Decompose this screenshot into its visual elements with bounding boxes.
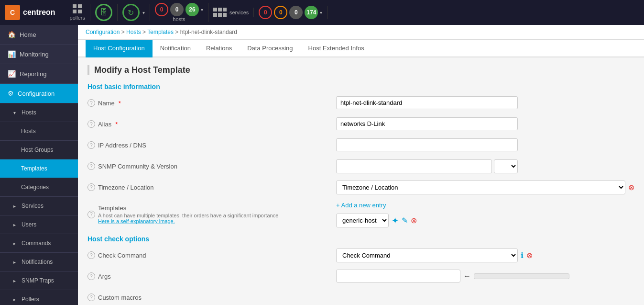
- tab-notification[interactable]: Notification: [153, 40, 198, 57]
- sidebar-item-configuration[interactable]: ⚙ Configuration: [0, 84, 78, 103]
- snmp-version-select[interactable]: 1 2c 3: [494, 159, 518, 173]
- breadcrumb-templates[interactable]: Templates: [147, 29, 174, 35]
- snmp-community-input[interactable]: [336, 159, 492, 173]
- tz-help-icon[interactable]: ?: [87, 183, 95, 191]
- notifications-arrow: ▸: [13, 260, 16, 265]
- check-command-clear-icon[interactable]: ⊗: [526, 251, 533, 260]
- refresh-chevron[interactable]: ▾: [142, 10, 145, 15]
- db-icon: 🗄: [95, 4, 112, 21]
- logo-text: centreon: [23, 8, 55, 17]
- sidebar-item-reporting[interactable]: 📈 Reporting: [0, 64, 78, 84]
- name-input[interactable]: [336, 96, 518, 109]
- db-icon-section[interactable]: 🗄: [90, 4, 118, 21]
- hosts-badge-green[interactable]: 26: [186, 3, 199, 16]
- ip-help-icon[interactable]: ?: [87, 141, 95, 149]
- alias-help-icon[interactable]: ?: [87, 120, 95, 128]
- snmp-row: ? SNMP Community & Version 1 2c 3: [87, 159, 634, 175]
- sidebar-item-templates[interactable]: Templates: [0, 159, 78, 178]
- ip-control: [336, 138, 518, 151]
- templates-control: + Add a new entry generic-host ✦ ✎ ⊗: [336, 202, 417, 227]
- templates-label: ? Templates A host can have multiple tem…: [87, 202, 336, 224]
- template-edit-icon[interactable]: ✎: [402, 216, 408, 225]
- sidebar: 🏠 Home 📊 Monitoring 📈 Reporting ⚙ Config…: [0, 25, 78, 305]
- svc-badge-red[interactable]: 0: [259, 6, 272, 19]
- sidebar-item-services[interactable]: ▸ Services: [0, 197, 78, 215]
- tab-host-extended[interactable]: Host Extended Infos: [301, 40, 372, 57]
- args-help-icon[interactable]: ?: [87, 272, 95, 280]
- templates-note: A host can have multiple templates, thei…: [98, 213, 278, 224]
- refresh-icon-section[interactable]: ↻ ▾: [118, 4, 150, 21]
- template-select-row: generic-host ✦ ✎ ⊗: [336, 214, 417, 227]
- pollers-section: pollers: [65, 4, 90, 21]
- name-control: [336, 96, 518, 109]
- custom-macros-row: ? Custom macros: [87, 291, 634, 305]
- snmp-arrow: ▸: [13, 278, 16, 283]
- sidebar-item-hosts-sub[interactable]: Hosts: [0, 122, 78, 141]
- custom-macros-help-icon[interactable]: ?: [87, 294, 95, 301]
- main-layout: 🏠 Home 📊 Monitoring 📈 Reporting ⚙ Config…: [0, 25, 644, 305]
- sidebar-item-label-commands: Commands: [22, 240, 51, 247]
- snmp-help-icon[interactable]: ?: [87, 162, 95, 170]
- sidebar-item-label-snmp: SNMP Traps: [22, 277, 54, 284]
- svc-badge-green[interactable]: 174: [305, 6, 318, 19]
- breadcrumb: Configuration > Hosts > Templates > htpl…: [78, 25, 644, 40]
- templates-help-icon[interactable]: ?: [87, 211, 95, 218]
- args-input[interactable]: [336, 270, 460, 282]
- sidebar-item-snmp-traps[interactable]: ▸ SNMP Traps: [0, 271, 78, 290]
- args-arrow-icon: ←: [463, 272, 471, 281]
- section-basic-title: Host basic information: [87, 83, 634, 90]
- logo[interactable]: C centreon: [5, 5, 55, 20]
- tz-label: ? Timezone / Location: [87, 181, 336, 191]
- hosts-chevron[interactable]: ▾: [201, 7, 203, 12]
- templates-add-entry[interactable]: + Add a new entry: [336, 202, 386, 209]
- breadcrumb-config[interactable]: Configuration: [86, 29, 120, 35]
- template-add-icon[interactable]: ✦: [392, 215, 399, 226]
- sidebar-item-host-groups[interactable]: Host Groups: [0, 141, 78, 159]
- form-area: Modify a Host Template Host basic inform…: [78, 57, 644, 305]
- tab-host-config[interactable]: Host Configuration: [86, 40, 153, 57]
- tz-select[interactable]: Timezone / Location: [336, 181, 625, 194]
- sidebar-item-pollers[interactable]: ▸ Pollers: [0, 290, 78, 305]
- name-help-icon[interactable]: ?: [87, 99, 95, 107]
- sidebar-item-notifications[interactable]: ▸ Notifications: [0, 253, 78, 271]
- ip-input[interactable]: [336, 138, 518, 151]
- sidebar-item-label-pollers: Pollers: [22, 296, 39, 303]
- svc-chevron[interactable]: ▾: [320, 10, 322, 15]
- sidebar-item-categories[interactable]: Categories: [0, 178, 78, 197]
- check-command-info-icon[interactable]: ℹ: [521, 251, 524, 260]
- hosts-badge-grey[interactable]: 0: [170, 3, 184, 16]
- args-control: ←: [336, 270, 634, 282]
- topbar: C centreon pollers 🗄 ↻ ▾ 0: [0, 0, 644, 25]
- snmp-label: ? SNMP Community & Version: [87, 159, 336, 170]
- check-command-row: ? Check Command Check Command ℹ ⊗: [87, 249, 634, 264]
- sidebar-item-users[interactable]: ▸ Users: [0, 215, 78, 234]
- name-row: ? Name *: [87, 96, 634, 112]
- sidebar-item-home[interactable]: 🏠 Home: [0, 25, 78, 45]
- template-delete-icon[interactable]: ⊗: [411, 216, 417, 225]
- sidebar-item-hosts-group[interactable]: ▾ Hosts: [0, 103, 78, 122]
- template-select[interactable]: generic-host: [336, 214, 389, 227]
- templates-link[interactable]: Here is a self-explanatory image.: [98, 218, 175, 224]
- tz-clear-icon[interactable]: ⊗: [628, 183, 634, 192]
- check-command-select[interactable]: Check Command: [336, 249, 518, 262]
- section-check-title: Host check options: [87, 235, 634, 243]
- sidebar-item-monitoring[interactable]: 📊 Monitoring: [0, 45, 78, 64]
- check-command-help-icon[interactable]: ?: [87, 251, 95, 259]
- args-row: ? Args ←: [87, 270, 634, 285]
- sidebar-item-label-monitoring: Monitoring: [20, 51, 49, 58]
- hosts-badge-red[interactable]: 0: [155, 3, 168, 16]
- tab-data-processing[interactable]: Data Processing: [240, 40, 300, 57]
- alias-input[interactable]: [336, 117, 518, 130]
- sidebar-item-label-hosts-group: Hosts: [22, 109, 36, 116]
- sidebar-item-commands[interactable]: ▸ Commands: [0, 234, 78, 253]
- svc-badge-grey[interactable]: 0: [289, 6, 303, 19]
- sidebar-item-label-users: Users: [22, 221, 36, 228]
- check-command-control: Check Command ℹ ⊗: [336, 249, 634, 262]
- hosts-arrow: ▾: [13, 110, 16, 115]
- breadcrumb-hosts[interactable]: Hosts: [126, 29, 141, 35]
- tabs: Host Configuration Notification Relation…: [78, 40, 644, 57]
- sidebar-item-label-host-groups: Host Groups: [21, 147, 53, 153]
- args-display: [474, 273, 569, 279]
- svc-badge-orange[interactable]: 0: [274, 6, 287, 19]
- tab-relations[interactable]: Relations: [198, 40, 240, 57]
